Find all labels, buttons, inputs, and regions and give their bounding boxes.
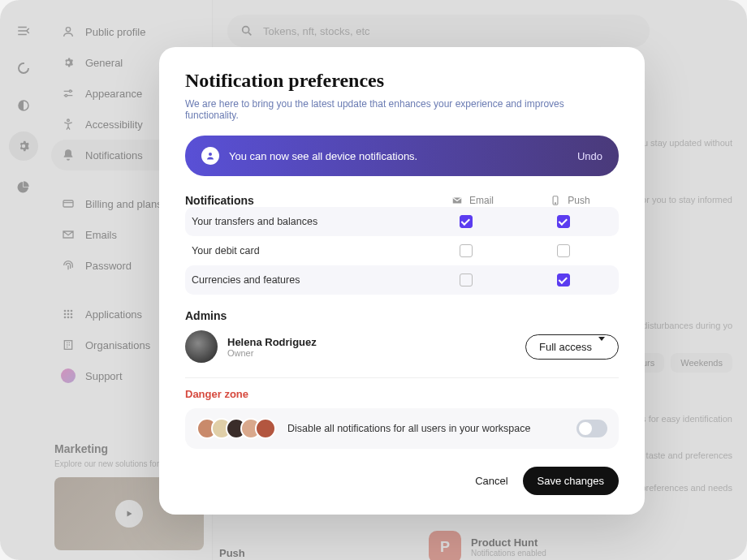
modal-subtitle: We are here to bring you the latest upda… [185, 98, 619, 121]
undo-button[interactable]: Undo [577, 150, 602, 162]
column-email: Email [424, 195, 521, 206]
admin-name: Helena Rodriguez [227, 336, 516, 348]
email-checkbox[interactable] [460, 244, 473, 257]
chevron-down-icon [598, 341, 605, 353]
danger-text: Disable all notifications for all users … [287, 423, 565, 434]
banner-text: You can now see all device notifications… [229, 150, 568, 162]
push-checkbox[interactable] [557, 215, 570, 228]
table-header-label: Notifications [185, 194, 424, 207]
person-circle-icon [201, 147, 219, 165]
notification-label: Your debit card [192, 245, 417, 256]
access-dropdown[interactable]: Full access [525, 334, 619, 360]
phone-icon [550, 195, 561, 206]
email-checkbox[interactable] [460, 274, 473, 286]
admin-row: Helena Rodriguez Owner Full access [185, 330, 619, 363]
mail-icon [451, 195, 463, 206]
user-avatar [255, 418, 276, 439]
danger-row: Disable all notifications for all users … [185, 408, 619, 449]
avatar-stack [196, 418, 276, 439]
notification-row: Your debit card [185, 236, 619, 265]
disable-all-toggle[interactable] [576, 420, 607, 437]
modal-title: Notification preferences [185, 70, 619, 92]
notification-label: Currencies and features [192, 274, 417, 286]
cancel-button[interactable]: Cancel [475, 475, 507, 487]
push-checkbox[interactable] [557, 244, 570, 257]
notification-row: Currencies and features [185, 265, 619, 295]
svg-point-19 [555, 203, 556, 204]
push-checkbox[interactable] [557, 274, 570, 286]
save-button[interactable]: Save changes [523, 467, 619, 495]
info-banner: You can now see all device notifications… [185, 136, 619, 176]
admin-role: Owner [227, 348, 516, 358]
notification-label: Your transfers and balances [192, 216, 417, 227]
svg-point-17 [209, 153, 212, 156]
notification-row: Your transfers and balances [185, 207, 619, 236]
admin-avatar [185, 330, 218, 363]
admins-title: Admins [185, 309, 619, 322]
modal-footer: Cancel Save changes [185, 467, 619, 495]
notifications-header: Notifications Email Push [185, 194, 619, 207]
email-checkbox[interactable] [460, 215, 473, 228]
danger-zone-title: Danger zone [185, 388, 619, 400]
notification-preferences-modal: Notification preferences We are here to … [159, 47, 645, 515]
column-push: Push [521, 195, 619, 206]
